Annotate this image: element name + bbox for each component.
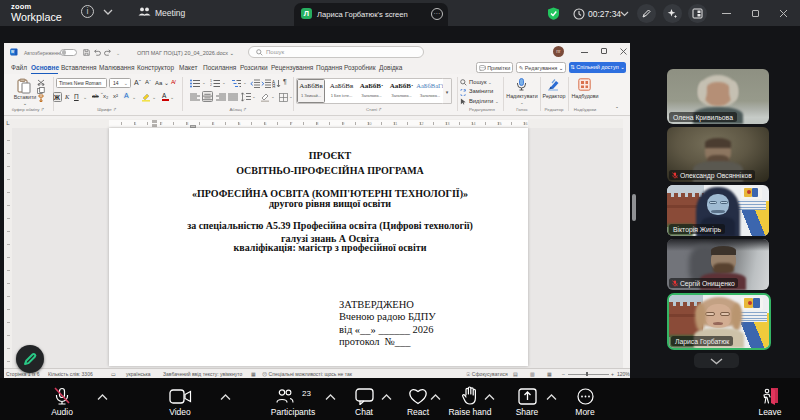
svg-text:Я: Я: [272, 84, 275, 88]
svg-text:2: 2: [210, 83, 212, 87]
